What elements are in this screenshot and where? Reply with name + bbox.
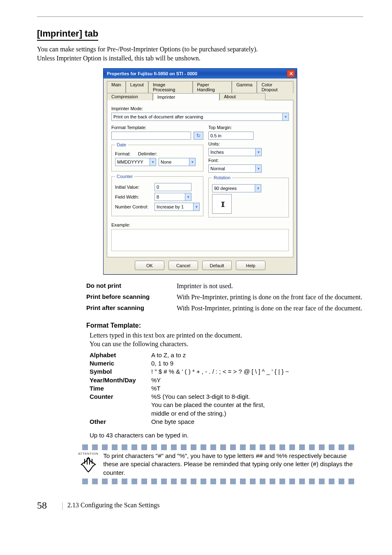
counter-initial-value: 0	[157, 185, 159, 190]
chevron-down-icon: ▾	[282, 113, 288, 120]
char-key-1: Numeric	[90, 359, 151, 368]
char-key-0: Alphabet	[90, 351, 151, 359]
date-group: Date Format: Delimiter: MMDDYYYY ▾	[111, 142, 203, 171]
intro-line-1: You can make settings for Pre-/Post-Impr…	[37, 45, 363, 54]
rotation-preview-icon: ⎶	[217, 201, 227, 206]
font-select[interactable]: Normal ▾	[208, 164, 262, 173]
counter-number-ctrl-value: Increase by 1	[157, 204, 184, 209]
char-val-4: %T	[151, 384, 161, 393]
date-delimiter-label: Delimiter:	[138, 151, 163, 156]
chevron-down-icon: ▾	[255, 148, 261, 156]
footer-separator: |	[62, 501, 63, 510]
date-format-label: Format:	[115, 151, 136, 156]
top-margin-value: 0.5 in	[210, 133, 221, 138]
chevron-down-icon: ▾	[150, 158, 156, 166]
attention-icon: ATTENTION	[78, 452, 98, 473]
tab-imprinter[interactable]: Imprinter	[153, 93, 219, 101]
refresh-icon[interactable]: ↻	[194, 132, 203, 140]
tab-gamma[interactable]: Gamma	[232, 81, 257, 93]
attention-label-text: ATTENTION	[78, 452, 98, 456]
char-key-5: Counter	[90, 393, 151, 418]
intro-line-2: Unless Imprinter Option is installed, th…	[37, 54, 363, 63]
dialog-title: Properties for Fujitsu fi-5950 on STI - …	[107, 71, 197, 76]
chevron-down-icon: ▾	[185, 193, 191, 201]
counter-group: Counter Initial Value: 0 Field Width:	[111, 174, 203, 216]
tab-compression[interactable]: Compression	[107, 93, 153, 100]
imprinter-mode-select[interactable]: Print on the back of document after scan…	[111, 113, 289, 121]
mode-term-0: Do not print	[86, 282, 177, 291]
chevron-down-icon: ▾	[255, 165, 261, 172]
rotation-legend: Rotation	[212, 175, 232, 180]
chevron-down-icon: ▾	[189, 158, 195, 166]
char-val-1: 0, 1 to 9	[151, 359, 173, 368]
font-value: Normal	[210, 166, 225, 171]
mode-desc-1: With Pre-Imprinter, printing is done on …	[177, 293, 362, 302]
mode-term-1: Print before scanning	[86, 293, 177, 302]
units-label: Units:	[208, 141, 237, 146]
char-val-0: A to Z, a to z	[151, 351, 186, 359]
font-label: Font:	[208, 158, 237, 163]
counter-field-width-select[interactable]: 8 ▾	[154, 193, 191, 201]
imprinter-mode-value: Print on the back of document after scan…	[113, 114, 203, 119]
char-key-4: Time	[90, 384, 151, 393]
chevron-down-icon: ▾	[193, 203, 199, 210]
char-key-6: Other	[90, 418, 151, 426]
tab-paper-handling[interactable]: Paper Handling	[193, 81, 232, 93]
help-button[interactable]: Help	[236, 261, 265, 270]
tab-about[interactable]: About	[219, 93, 265, 100]
section-title: [Imprinter] tab	[37, 28, 98, 41]
date-delimiter-select[interactable]: None ▾	[159, 158, 196, 166]
date-format-value: MMDDYYYY	[117, 160, 143, 164]
counter-number-ctrl-label: Number Control:	[115, 204, 152, 209]
counter-initial-input[interactable]: 0	[154, 183, 191, 191]
attention-text: To print characters "#" and "%", you hav…	[103, 452, 363, 477]
counter-number-ctrl-select[interactable]: Increase by 1 ▾	[154, 203, 200, 211]
properties-dialog: Properties for Fujitsu fi-5950 on STI - …	[103, 68, 297, 275]
char-val-6: One byte space	[151, 418, 194, 426]
date-format-select[interactable]: MMDDYYYY ▾	[115, 158, 156, 166]
units-select[interactable]: Inches ▾	[208, 148, 262, 156]
example-label: Example:	[111, 222, 130, 227]
counter-legend: Counter	[115, 174, 134, 179]
tab-image-processing[interactable]: Image Processing	[148, 81, 193, 93]
char-key-3: Year/Month/Day	[90, 376, 151, 384]
rotation-preview: ⎶	[212, 194, 232, 214]
units-value: Inches	[210, 150, 224, 155]
rotation-value: 90 degrees	[214, 186, 237, 191]
ok-button[interactable]: OK	[135, 261, 164, 270]
char-val-5: %S (You can select 3-digit to 8-digit. Y…	[151, 393, 265, 418]
mode-term-2: Print after scanning	[86, 304, 177, 313]
char-val-3: %Y	[151, 376, 161, 384]
format-template-input[interactable]	[111, 132, 191, 140]
divider-bottom	[82, 479, 363, 484]
example-area	[111, 229, 289, 251]
top-margin-label: Top Margin:	[208, 125, 237, 130]
imprinter-mode-label: Imprinter Mode:	[111, 106, 148, 111]
mode-desc-2: With Post-Imprinter, printing is done on…	[177, 304, 362, 313]
counter-initial-label: Initial Value:	[115, 185, 152, 190]
limit-note: Up to 43 characters can be typed in.	[90, 432, 363, 439]
footer-text: 2.13 Configuring the Scan Settings	[67, 502, 159, 509]
format-template-heading: Format Template:	[86, 322, 363, 329]
page-number: 58	[37, 500, 62, 511]
close-icon[interactable]: ✕	[287, 70, 295, 77]
default-button[interactable]: Default	[202, 261, 232, 270]
mode-desc-0: Imprinter is not used.	[177, 282, 233, 291]
format-template-intro-1: You can use the following characters.	[90, 340, 363, 349]
date-delimiter-value: None	[161, 160, 171, 164]
format-template-intro-0: Letters typed in this text box are print…	[90, 331, 363, 340]
divider-top	[82, 444, 363, 450]
tab-color-dropout[interactable]: Color Dropout	[257, 81, 293, 93]
cancel-button[interactable]: Cancel	[168, 261, 198, 270]
char-val-2: ! " $ # % & ' ( ) * + , - . / : ; < = > …	[151, 368, 289, 376]
counter-field-width-value: 8	[157, 194, 159, 199]
counter-field-width-label: Field Width:	[115, 194, 152, 199]
date-legend: Date	[115, 142, 128, 147]
char-key-2: Symbol	[90, 368, 151, 376]
top-margin-input[interactable]: 0.5 in	[208, 132, 254, 140]
rotation-select[interactable]: 90 degrees ▾	[212, 184, 261, 192]
format-template-label: Format Template:	[111, 125, 148, 130]
tab-main[interactable]: Main	[107, 81, 126, 93]
rotation-group: Rotation 90 degrees ▾ ⎶	[208, 175, 289, 217]
tab-layout[interactable]: Layout	[126, 81, 148, 93]
